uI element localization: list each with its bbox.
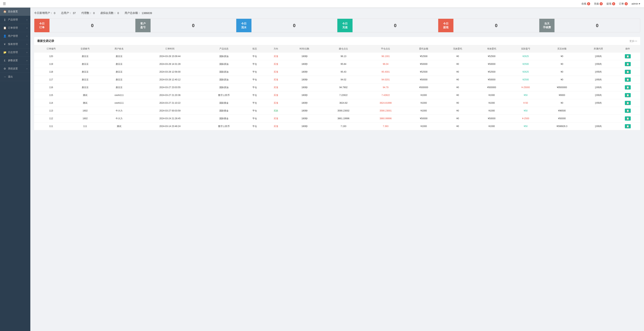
card-3: 今日充值 0 <box>337 19 438 32</box>
table-cell: 唐豆豆 <box>102 84 136 92</box>
table-cell: ¥0 <box>441 92 475 99</box>
table-cell: ¥52500 <box>475 52 508 60</box>
order-nav-item[interactable]: 订单 0 <box>619 2 628 6</box>
table-cell: 平仓 <box>244 60 265 68</box>
table-cell: 测试 <box>68 92 102 99</box>
table-cell: 牛大力 <box>102 115 136 122</box>
table-cell: 7.193 <box>322 122 364 130</box>
table-cell[interactable]: 📋 <box>615 68 640 76</box>
table-cell[interactable]: 📋 <box>615 52 640 60</box>
table-cell: 7.22822 <box>322 92 364 99</box>
card-value-1: 0 <box>150 20 236 31</box>
sidebar-item-params[interactable]: £ 参数设置 › <box>0 56 30 65</box>
sidebar-item-system[interactable]: ⚙ 系统设置 › <box>0 65 30 73</box>
system-icon: ⚙ <box>3 67 6 70</box>
withdraw-nav-item[interactable]: 提现 0 <box>606 2 615 6</box>
more-link[interactable]: 更多>> <box>630 40 637 43</box>
chevron-right-icon: › <box>26 18 27 21</box>
online-nav-item[interactable]: 在线 0 <box>582 2 590 6</box>
table-cell: 96.04 <box>364 60 406 68</box>
table-cell[interactable]: 📋 <box>615 84 640 92</box>
col-header: 操作 <box>615 45 640 52</box>
action-button[interactable]: 📋 <box>625 124 631 128</box>
table-cell: 2024-03-28 12:40:12 <box>136 76 204 84</box>
table-cell: 平仓 <box>244 115 265 122</box>
action-button[interactable]: 📋 <box>625 70 631 74</box>
sidebar-item-products[interactable]: ₿ 产品管理 › <box>0 16 30 24</box>
action-button[interactable]: 📋 <box>625 78 631 82</box>
table-cell: 7.393 <box>364 122 406 130</box>
recharge-label: 充值 <box>594 2 599 6</box>
table-cell: 180秒 <box>286 92 322 99</box>
action-button[interactable]: 📋 <box>625 109 631 113</box>
stat-total-balance: 用户总余额： 1386839 <box>124 11 152 15</box>
table-cell: 111 <box>34 122 68 130</box>
sidebar-item-logs[interactable]: 📁 日志管理 › <box>0 48 30 56</box>
table-cell: ¥50000 <box>407 60 441 68</box>
table-cell: 180秒 <box>286 99 322 107</box>
stat-virtual-members: 虚拟会员数： 0 <box>100 11 119 15</box>
table-cell: 唐豆豆 <box>68 60 102 68</box>
card-label-2: 今日流水 <box>236 19 252 32</box>
table-cell[interactable]: 📋 <box>615 99 640 107</box>
table-cell[interactable]: 📋 <box>615 60 640 68</box>
table-row: 118唐豆豆唐豆豆2024-03-28 12:56:00国际原油平仓买涨180秒… <box>34 68 640 76</box>
table-cell: ¥50 <box>508 92 542 99</box>
sidebar: 🏠 后台首页 ₿ 产品管理 › 📋 订单管理 › 👤 用户管理 › ¥ 报表管理… <box>0 8 30 331</box>
col-header: 订单编号 <box>34 45 68 52</box>
card-4: 今日提现 0 <box>438 19 539 32</box>
table-cell: 180秒 <box>286 84 322 92</box>
agents-label: 代理数： <box>81 11 92 15</box>
action-button[interactable]: 📋 <box>625 54 631 58</box>
table-cell: ¥50000 <box>407 76 441 84</box>
action-button[interactable]: 📋 <box>625 85 631 90</box>
report-icon: ¥ <box>3 43 6 46</box>
sidebar-item-logout[interactable]: → 退出 <box>0 73 30 81</box>
sidebar-item-home[interactable]: 🏠 后台首页 <box>0 8 30 16</box>
chevron-right-icon-6: › <box>26 59 27 62</box>
table-cell: ¥1000 <box>475 99 508 107</box>
table-cell: ¥1000 <box>475 92 508 99</box>
hamburger-icon[interactable]: ☰ <box>3 2 6 6</box>
table-row: 114测试ceshi1112024-03-27 21:10:22国际黄金平仓买涨… <box>34 99 640 107</box>
table-row: 120唐豆豆唐豆豆2024-03-28 15:09:44国际原油平仓买涨180秒… <box>34 52 640 60</box>
table-cell: 沙和尚 <box>581 99 615 107</box>
table-cell: 买涨 <box>265 76 286 84</box>
action-button[interactable]: 📋 <box>625 101 631 105</box>
order-badge: 0 <box>625 2 628 5</box>
table-cell[interactable]: 📋 <box>615 115 640 122</box>
table-cell: ¥2500 <box>508 76 542 84</box>
table-cell: ¥50 <box>508 122 542 130</box>
table-cell: 国际黄金 <box>204 107 244 115</box>
action-button[interactable]: 📋 <box>625 62 631 66</box>
table-cell <box>581 107 615 115</box>
card-value-3: 0 <box>352 20 438 31</box>
table-cell: ¥0 <box>542 99 581 107</box>
table-cell: 唐豆豆 <box>102 76 136 84</box>
recharge-nav-item[interactable]: 充值 0 <box>594 2 603 6</box>
sidebar-label-home: 后台首页 <box>8 10 18 13</box>
table-cell: 买涨 <box>265 122 286 130</box>
sidebar-item-users[interactable]: 👤 用户管理 › <box>0 32 30 40</box>
admin-button[interactable]: admin ▾ <box>632 2 640 5</box>
table-row: 115测试ceshi1112024-03-27 21:20:36数字人民币平仓买… <box>34 92 640 99</box>
table-cell: ¥2625 <box>508 68 542 76</box>
table-cell[interactable]: 📋 <box>615 92 640 99</box>
table-cell: 1602 <box>68 115 102 122</box>
table-cell: ¥1000 <box>407 92 441 99</box>
table-cell: ceshi111 <box>102 92 136 99</box>
table-cell[interactable]: 📋 <box>615 76 640 84</box>
table-cell[interactable]: 📋 <box>615 122 640 130</box>
table-cell: 2024-03-27 23:03:55 <box>136 84 204 92</box>
table-cell[interactable]: 📋 <box>615 107 640 115</box>
action-button[interactable]: 📋 <box>625 93 631 97</box>
table-cell: ¥0 <box>441 76 475 84</box>
action-button[interactable]: 📋 <box>625 116 631 120</box>
table-cell: 2024-03-27 21:10:22 <box>136 99 204 107</box>
sidebar-item-reports[interactable]: ¥ 报表管理 › <box>0 40 30 48</box>
table-cell: 买涨 <box>265 60 286 68</box>
table-cell: 180秒 <box>286 76 322 84</box>
table-cell: 95.84 <box>322 60 364 68</box>
col-header: 方向 <box>265 45 286 52</box>
sidebar-item-orders[interactable]: 📋 订单管理 › <box>0 24 30 32</box>
